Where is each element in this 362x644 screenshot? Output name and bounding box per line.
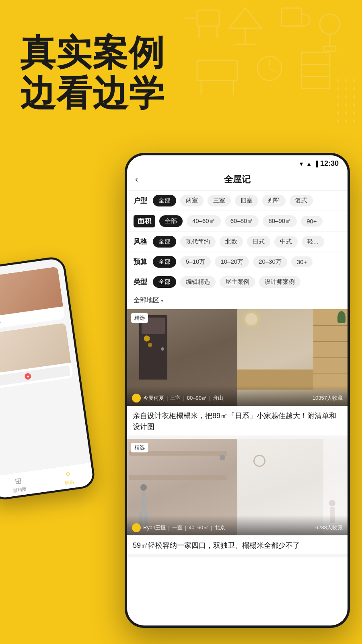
- filter-tag-area-all[interactable]: 全部: [159, 215, 183, 227]
- svg-point-37: [353, 120, 355, 122]
- mine-icon: ○: [65, 469, 71, 479]
- svg-point-27: [345, 95, 347, 98]
- svg-rect-0: [282, 8, 302, 26]
- filter-tag-huxing-6[interactable]: 复式: [290, 195, 313, 206]
- region-selector[interactable]: 全部地区 ▾: [127, 292, 348, 309]
- filter-tag-huxing-3[interactable]: 三室: [208, 195, 231, 206]
- card-1[interactable]: 精选 今夏何夏 | 三室 | 80–90㎡ |: [127, 309, 348, 436]
- card-2-meta-left: Ryan王恒 | 一室 | 40–60㎡ | 北京: [132, 523, 225, 532]
- card-2-image: 精选 Ryan王恒 | 一室 | 40–60㎡: [127, 439, 348, 535]
- nav-item-mine[interactable]: ○ 我的: [63, 469, 74, 487]
- card-2-saves: 6238人收藏: [315, 524, 343, 531]
- svg-point-33: [345, 111, 347, 114]
- wifi-icon: ▼: [298, 161, 304, 167]
- filter-row-huxing: 户型 全部 两室 三室 四室 别墅 复式: [127, 191, 348, 211]
- hero-line2: 边看边学: [20, 73, 165, 114]
- filter-tag-huxing-4[interactable]: 四室: [235, 195, 258, 206]
- filter-tag-style-3[interactable]: 日式: [247, 236, 270, 248]
- filter-tag-huxing-5[interactable]: 别墅: [262, 195, 286, 206]
- filter-tag-type-all[interactable]: 全部: [153, 276, 176, 288]
- filter-tag-budget-4[interactable]: 30+: [291, 256, 313, 267]
- card-1-meta-left: 今夏何夏 | 三室 | 80–90㎡ | 舟山: [132, 394, 223, 402]
- card-1-meta: 今夏何夏 | 三室 | 80–90㎡ | 舟山 10357人收藏: [127, 386, 348, 406]
- filter-tag-area-2[interactable]: 60–80㎡: [225, 215, 259, 227]
- filter-tag-style-1[interactable]: 现代简约: [180, 236, 216, 248]
- phone-frame: ▼ ▲ ▐ 12:30 ‹ 全屋记 户型 全部 两室 三室 四室: [125, 153, 350, 628]
- phone-screen: ▼ ▲ ▐ 12:30 ‹ 全屋记 户型 全部 两室 三室 四室: [127, 155, 348, 625]
- svg-point-38: [135, 395, 138, 398]
- card-2-room-type: 一室: [172, 524, 183, 531]
- filter-tag-area-1[interactable]: 40–60㎡: [187, 215, 221, 227]
- filter-tag-budget-2[interactable]: 10–20万: [215, 256, 249, 268]
- filter-tag-type-2[interactable]: 屋主案例: [220, 276, 255, 288]
- filter-tag-budget-all[interactable]: 全部: [153, 256, 176, 268]
- card-1-badge: 精选: [131, 313, 148, 323]
- app-title: 全屋记: [224, 173, 251, 186]
- svg-rect-5: [197, 10, 219, 26]
- card-1-city: 舟山: [213, 394, 223, 402]
- svg-point-21: [345, 79, 347, 82]
- status-time: 12:30: [320, 159, 339, 168]
- filter-row-budget: 预算 全部 5–10万 10–20万 20–30万 30+: [127, 252, 348, 272]
- hero-line1: 真实案例: [20, 32, 165, 73]
- svg-point-30: [345, 103, 347, 106]
- filter-row-area: 面积 全部 40–60㎡ 60–80㎡ 80–90㎡ 90+: [127, 211, 348, 232]
- filter-tag-style-2[interactable]: 北欧: [220, 236, 243, 248]
- welfare-icon: ⊞: [14, 476, 22, 486]
- status-icons: ▼ ▲ ▐: [298, 161, 318, 167]
- card-2[interactable]: 精选 Ryan王恒 | 一室 | 40–60㎡: [127, 439, 348, 554]
- card-2-badge: 精选: [131, 443, 148, 452]
- svg-point-36: [345, 120, 347, 122]
- app-header: ‹ 全屋记: [127, 170, 348, 191]
- filter-tag-type-3[interactable]: 设计师案例: [259, 276, 300, 288]
- svg-line-19: [269, 68, 275, 72]
- card-1-area: 80–90㎡: [187, 394, 207, 402]
- svg-point-2: [320, 14, 340, 34]
- filter-tag-huxing-2[interactable]: 两室: [180, 195, 204, 206]
- card-1-saves: 10357人收藏: [313, 394, 343, 402]
- filter-tag-budget-1[interactable]: 5–10万: [180, 256, 211, 268]
- svg-point-25: [353, 87, 355, 90]
- filter-row-style: 风格 全部 现代简约 北欧 日式 中式 轻...: [127, 232, 348, 252]
- svg-point-41: [134, 528, 139, 532]
- filter-tag-style-4[interactable]: 中式: [274, 236, 298, 248]
- filter-section: 户型 全部 两室 三室 四室 别墅 复式 面积 全部 40–60㎡ 60–80㎡…: [127, 191, 348, 309]
- svg-point-32: [337, 111, 339, 114]
- region-arrow-icon: ▾: [161, 298, 163, 303]
- card-1-avatar: [132, 394, 141, 402]
- status-bar: ▼ ▲ ▐ 12:30: [127, 155, 348, 170]
- svg-rect-14: [197, 60, 237, 80]
- svg-point-29: [337, 103, 339, 106]
- content-area: 精选 今夏何夏 | 三室 | 80–90㎡ |: [127, 309, 348, 557]
- main-phone-mockup: ▼ ▲ ▐ 12:30 ‹ 全屋记 户型 全部 两室 三室 四室: [125, 153, 350, 636]
- region-text: 全部地区: [134, 296, 159, 305]
- svg-point-26: [337, 95, 339, 98]
- filter-tag-huxing-all[interactable]: 全部: [153, 195, 176, 206]
- filter-tag-budget-3[interactable]: 20–30万: [253, 256, 287, 268]
- filter-tag-style-5[interactable]: 轻...: [302, 236, 324, 248]
- svg-point-35: [337, 120, 339, 122]
- filter-row-type: 类型 全部 编辑精选 屋主案例 设计师案例: [127, 272, 348, 292]
- card-2-avatar: [132, 523, 141, 532]
- filter-tag-style-all[interactable]: 全部: [153, 236, 176, 248]
- card-1-author: 今夏何夏: [143, 394, 164, 402]
- card-2-author: Ryan王恒: [143, 524, 166, 531]
- svg-point-40: [135, 525, 138, 528]
- nav-item-welfare[interactable]: ⊞ 福利团: [11, 475, 27, 494]
- filter-tag-area-3[interactable]: 80–90㎡: [263, 215, 297, 227]
- filter-tag-area-4[interactable]: 90+: [301, 216, 322, 227]
- filter-tag-type-1[interactable]: 编辑精选: [180, 276, 216, 288]
- card-1-room-type: 三室: [170, 394, 181, 402]
- svg-point-28: [353, 95, 355, 98]
- card-2-area: 40–60㎡: [189, 524, 208, 531]
- hero-text: 真实案例 边看边学: [20, 32, 165, 114]
- filter-label-type: 类型: [134, 277, 149, 287]
- svg-rect-4: [324, 46, 336, 51]
- filter-label-area: 面积: [134, 215, 155, 227]
- signal-icon: ▲: [306, 161, 312, 167]
- filter-label-huxing: 户型: [134, 196, 149, 205]
- decorative-icons: [177, 0, 362, 153]
- svg-point-20: [337, 79, 339, 82]
- nav-label-welfare: 福利团: [12, 486, 27, 493]
- back-button[interactable]: ‹: [135, 174, 138, 185]
